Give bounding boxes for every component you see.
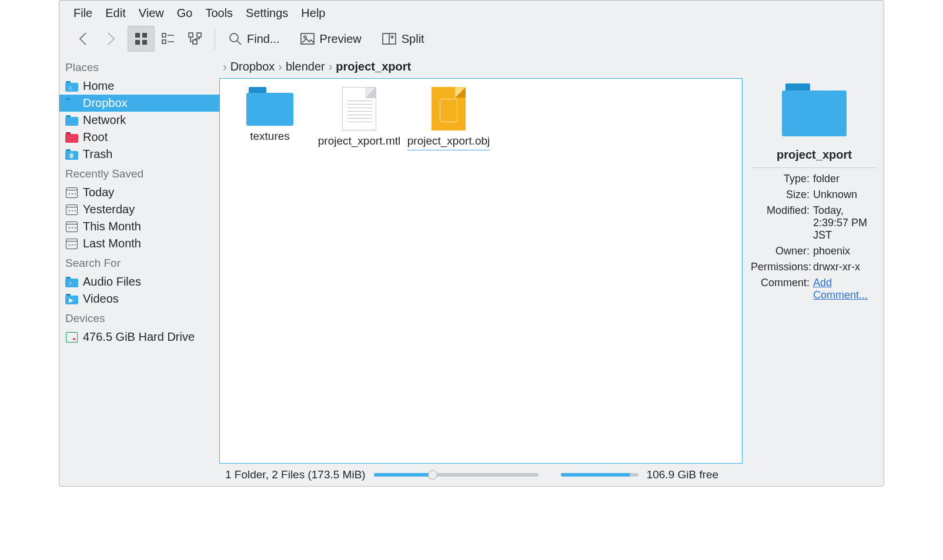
info-modified-value: Today, 2:39:57 PM JST <box>813 204 878 242</box>
view-compact-button[interactable] <box>155 26 182 52</box>
sidebar-item-label: Last Month <box>83 237 141 250</box>
info-separator <box>751 167 878 168</box>
file-item-mtl[interactable]: project_xport.mtl <box>317 87 401 153</box>
forward-button[interactable] <box>97 26 124 52</box>
sidebar-item-label: This Month <box>83 220 141 233</box>
text-file-icon <box>342 87 376 130</box>
disk-usage-bar <box>561 473 638 477</box>
zoom-slider[interactable] <box>374 473 539 477</box>
svg-rect-3 <box>142 40 147 45</box>
find-button[interactable]: Find... <box>221 26 287 52</box>
dropbox-folder-icon <box>65 98 78 109</box>
sidebar-item-label: Today <box>83 186 114 199</box>
file-label: project_xport.obj <box>407 134 490 150</box>
menu-settings[interactable]: Settings <box>240 4 294 22</box>
file-item-textures[interactable]: textures <box>228 87 312 153</box>
svg-rect-9 <box>197 33 201 37</box>
info-owner-label: Owner: <box>751 245 810 257</box>
sidebar-item-lastmonth[interactable]: Last Month <box>59 235 219 252</box>
sidebar-item-trash[interactable]: 🗑 Trash <box>59 146 219 163</box>
info-permissions-value: drwxr-xr-x <box>813 261 878 273</box>
info-type-label: Type: <box>751 173 810 185</box>
sidebar-item-yesterday[interactable]: Yesterday <box>59 201 219 218</box>
back-button[interactable] <box>70 26 97 52</box>
preview-label: Preview <box>320 32 362 46</box>
toolbar-separator <box>215 28 215 49</box>
sidebar-item-label: Audio Files <box>83 275 141 289</box>
info-name: project_xport <box>777 148 852 162</box>
sidebar-item-label: Yesterday <box>83 203 135 216</box>
network-folder-icon <box>65 115 78 126</box>
svg-line-12 <box>237 41 241 45</box>
chevron-right-icon: › <box>223 60 227 73</box>
svg-rect-8 <box>189 33 193 37</box>
sidebar-item-root[interactable]: Root <box>59 129 219 146</box>
add-comment-link[interactable]: Add Comment... <box>813 277 868 301</box>
sidebar-item-thismonth[interactable]: This Month <box>59 218 219 235</box>
sidebar-item-audio[interactable]: ♪ Audio Files <box>59 273 219 290</box>
file-manager-window: File Edit View Go Tools Settings Help Fi… <box>59 0 884 487</box>
sidebar-item-label: Dropbox <box>83 96 128 110</box>
info-owner-value: phoenix <box>813 245 878 257</box>
menu-edit[interactable]: Edit <box>99 4 131 22</box>
main-area: › Dropbox › blender › project_xport text… <box>219 56 745 466</box>
statusbar: 1 Folder, 2 Files (173.5 MiB) 106.9 GiB … <box>59 466 884 486</box>
sidebar-item-label: Home <box>83 79 114 93</box>
view-icons-button[interactable] <box>128 26 155 52</box>
sidebar-item-videos[interactable]: ▶ Videos <box>59 290 219 307</box>
info-size-label: Size: <box>751 189 810 201</box>
info-permissions-label: Permissions: <box>751 261 810 273</box>
sidebar-item-network[interactable]: Network <box>59 112 219 129</box>
sidebar-item-label: Network <box>83 113 126 127</box>
sidebar-item-drive[interactable]: 476.5 GiB Hard Drive <box>59 328 219 346</box>
sidebar-item-dropbox[interactable]: Dropbox <box>59 95 219 112</box>
menu-go[interactable]: Go <box>171 4 199 22</box>
crumb-dropbox[interactable]: Dropbox <box>230 60 275 73</box>
svg-rect-2 <box>135 40 140 45</box>
trash-folder-icon: 🗑 <box>65 149 78 160</box>
calendar-icon <box>65 187 78 199</box>
view-tree-button[interactable] <box>182 26 209 52</box>
folder-icon <box>246 87 293 126</box>
chevron-right-icon: › <box>278 60 282 73</box>
audio-folder-icon: ♪ <box>65 276 78 288</box>
calendar-icon <box>65 204 78 216</box>
menu-tools[interactable]: Tools <box>199 4 239 22</box>
places-panel: Places ⌂ Home Dropbox Network Root 🗑 Tra… <box>59 56 219 466</box>
search-for-heading: Search For <box>59 252 219 273</box>
home-folder-icon: ⌂ <box>65 81 78 92</box>
svg-point-14 <box>304 36 306 38</box>
split-button[interactable]: Split <box>374 26 432 52</box>
sidebar-item-today[interactable]: Today <box>59 184 219 201</box>
search-icon <box>228 32 242 46</box>
status-free-space: 106.9 GiB free <box>647 468 719 481</box>
svg-rect-10 <box>193 40 197 44</box>
information-panel: project_xport Type: folder Size: Unknown… <box>745 56 884 466</box>
status-summary: 1 Folder, 2 Files (173.5 MiB) <box>225 468 366 481</box>
sidebar-item-label: 476.5 GiB Hard Drive <box>83 330 195 344</box>
split-icon <box>382 32 397 46</box>
crumb-blender[interactable]: blender <box>286 60 325 73</box>
crumb-current[interactable]: project_xport <box>336 60 411 73</box>
menu-file[interactable]: File <box>68 4 98 22</box>
sidebar-item-label: Trash <box>83 147 112 161</box>
breadcrumb: › Dropbox › blender › project_xport <box>219 56 745 77</box>
obj-file-icon <box>432 87 466 130</box>
sidebar-item-home[interactable]: ⌂ Home <box>59 78 219 95</box>
menu-help[interactable]: Help <box>295 4 331 22</box>
preview-button[interactable]: Preview <box>293 26 369 52</box>
file-label: textures <box>250 129 290 144</box>
chevron-right-icon: › <box>329 60 333 73</box>
info-modified-label: Modified: <box>751 204 810 242</box>
file-view[interactable]: textures project_xport.mtl project_xport… <box>219 78 743 464</box>
svg-point-11 <box>230 33 238 42</box>
videos-folder-icon: ▶ <box>65 293 78 305</box>
toolbar: Find... Preview Split <box>59 26 884 56</box>
file-item-obj[interactable]: project_xport.obj <box>407 87 490 153</box>
calendar-icon <box>65 238 78 250</box>
find-label: Find... <box>247 32 280 46</box>
hard-drive-icon <box>65 331 78 343</box>
info-type-value: folder <box>813 173 878 185</box>
svg-rect-1 <box>142 33 147 38</box>
menu-view[interactable]: View <box>133 4 170 22</box>
